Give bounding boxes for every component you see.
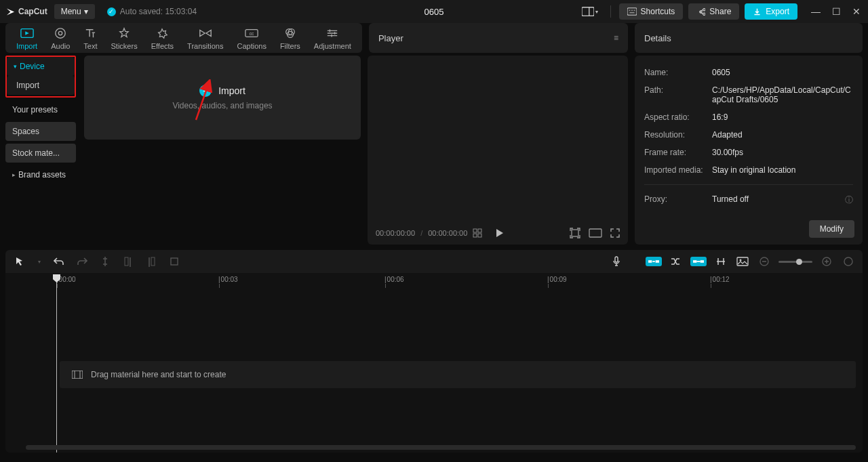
- sidebar-item-brand[interactable]: Brand assets: [5, 165, 76, 184]
- export-button[interactable]: Export: [745, 3, 797, 20]
- fullscreen-icon[interactable]: [610, 228, 620, 238]
- filters-icon: [283, 26, 297, 40]
- sidebar-item-import[interactable]: Import: [7, 76, 75, 95]
- pointer-tool-button[interactable]: [12, 254, 27, 269]
- detail-label-path: Path:: [644, 85, 712, 104]
- redo-button[interactable]: [75, 254, 90, 269]
- separator: [610, 5, 611, 18]
- grid-icon[interactable]: [473, 228, 482, 238]
- keyboard-icon: [627, 7, 637, 16]
- horizontal-scrollbar[interactable]: [26, 445, 856, 450]
- info-icon[interactable]: ⓘ: [845, 194, 853, 206]
- svg-point-38: [844, 257, 852, 266]
- svg-rect-26: [648, 260, 652, 263]
- ruler-tick: |00:03: [219, 276, 238, 283]
- drop-hint-label: Drag material here and start to create: [91, 370, 226, 379]
- timeline-ruler[interactable]: |00:00|00:03|00:06|00:09|00:12: [5, 273, 863, 291]
- svg-rect-39: [72, 371, 83, 379]
- import-dropzone[interactable]: +Import Videos, audios, and images: [84, 56, 361, 140]
- timeline-toolbar: ▾: [5, 250, 863, 273]
- media-sidebar: Device Import Your presets Spaces Stock …: [5, 56, 76, 245]
- timeline[interactable]: |00:00|00:03|00:06|00:09|00:12 Drag mate…: [5, 273, 863, 453]
- timeline-drop-track[interactable]: Drag material here and start to create: [60, 361, 856, 388]
- tab-import[interactable]: Import: [9, 25, 44, 51]
- sidebar-item-stock[interactable]: Stock mate...: [5, 144, 76, 163]
- chevron-down-icon: ▾: [84, 7, 88, 16]
- tab-audio[interactable]: Audio: [44, 25, 77, 51]
- ruler-tick: |00:09: [548, 276, 567, 283]
- sidebar-item-device[interactable]: Device: [7, 57, 75, 76]
- titlebar: CapCut Menu ▾ ✓ Auto saved: 15:03:04 060…: [0, 0, 868, 23]
- media-icon: [72, 371, 83, 379]
- tab-transitions[interactable]: Transitions: [180, 25, 230, 51]
- play-button[interactable]: [496, 228, 504, 238]
- menu-button[interactable]: Menu ▾: [54, 4, 95, 19]
- preview-axis-button[interactable]: [713, 254, 728, 269]
- scale-icon[interactable]: [570, 228, 580, 238]
- player-canvas[interactable]: [368, 56, 628, 222]
- linkage-button[interactable]: [690, 257, 707, 266]
- pointer-dropdown-button[interactable]: ▾: [35, 254, 43, 269]
- chevron-down-icon: ▾: [595, 9, 598, 15]
- svg-rect-27: [656, 260, 659, 263]
- detail-label-name: Name:: [644, 68, 712, 77]
- svg-rect-30: [701, 260, 704, 263]
- transitions-icon: [199, 26, 212, 40]
- main-track-magnet-button[interactable]: [646, 257, 662, 266]
- ruler-tick: |00:12: [711, 276, 730, 283]
- tab-effects[interactable]: Effects: [144, 25, 180, 51]
- svg-rect-17: [478, 229, 481, 232]
- svg-rect-28: [652, 261, 655, 262]
- plus-circle-icon: +: [199, 85, 212, 97]
- import-title: Import: [218, 85, 245, 96]
- layout-button[interactable]: ▾: [578, 4, 602, 19]
- tab-text[interactable]: Text: [77, 25, 104, 51]
- close-button[interactable]: ✕: [850, 5, 863, 18]
- app-name: CapCut: [18, 7, 47, 16]
- cover-button[interactable]: [735, 254, 750, 269]
- svg-rect-20: [572, 230, 578, 236]
- zoom-in-button[interactable]: [819, 254, 834, 269]
- sidebar-item-presets[interactable]: Your presets: [5, 100, 76, 119]
- detail-value-path: C:/Users/HP/AppData/Local/CapCut/CapCut …: [712, 85, 853, 104]
- undo-button[interactable]: [52, 254, 66, 269]
- ratio-icon[interactable]: [589, 228, 602, 238]
- detail-value-framerate: 30.00fps: [712, 148, 853, 157]
- sidebar-item-spaces[interactable]: Spaces: [5, 122, 76, 141]
- svg-point-8: [56, 28, 65, 37]
- detail-value-media: Stay in original location: [712, 165, 853, 175]
- delete-right-button[interactable]: [144, 254, 159, 269]
- tab-captions[interactable]: cc Captions: [230, 25, 273, 51]
- playhead[interactable]: [56, 274, 57, 453]
- separator: [644, 184, 853, 185]
- tab-stickers[interactable]: Stickers: [104, 25, 144, 51]
- project-title: 0605: [425, 7, 444, 17]
- minimize-button[interactable]: —: [810, 5, 822, 18]
- auto-snap-button[interactable]: [669, 254, 684, 269]
- import-icon: [20, 26, 34, 40]
- zoom-out-button[interactable]: [757, 254, 772, 269]
- svg-rect-19: [478, 234, 481, 237]
- hamburger-icon[interactable]: ≡: [614, 33, 618, 43]
- captions-icon: cc: [245, 26, 258, 40]
- record-audio-button[interactable]: [609, 254, 624, 269]
- tab-filters[interactable]: Filters: [273, 25, 307, 51]
- delete-button[interactable]: [167, 254, 182, 269]
- delete-left-button[interactable]: [121, 254, 136, 269]
- detail-label-media: Imported media:: [644, 165, 712, 175]
- zoom-fit-button[interactable]: [841, 254, 856, 269]
- svg-rect-25: [615, 257, 618, 262]
- tab-adjustment[interactable]: Adjustment: [307, 25, 358, 51]
- annotation-highlight: Device Import: [5, 56, 76, 98]
- share-button[interactable]: Share: [688, 3, 739, 20]
- zoom-slider[interactable]: [778, 261, 812, 263]
- detail-label-aspect: Aspect ratio:: [644, 112, 712, 122]
- maximize-button[interactable]: ☐: [830, 5, 842, 18]
- modify-button[interactable]: Modify: [809, 220, 854, 238]
- import-subtitle: Videos, audios, and images: [172, 101, 272, 110]
- autosave-status: ✓ Auto saved: 15:03:04: [107, 7, 197, 16]
- check-circle-icon: ✓: [107, 7, 116, 16]
- split-button[interactable]: [98, 254, 113, 269]
- shortcuts-button[interactable]: Shortcuts: [619, 3, 684, 20]
- detail-value-name: 0605: [712, 68, 853, 77]
